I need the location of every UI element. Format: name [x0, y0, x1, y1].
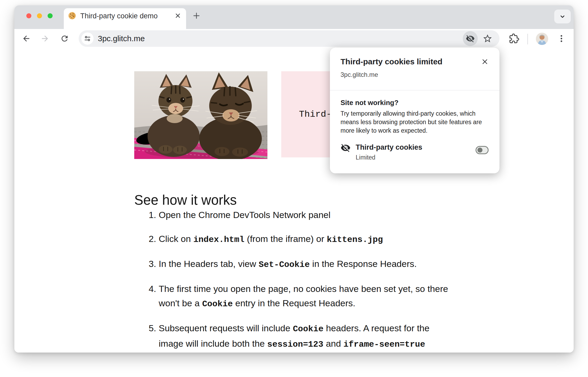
list-item: Click on index.html (from the iframe) or…	[159, 232, 451, 247]
chevron-down-icon	[559, 13, 566, 20]
steps-list: Open the Chrome DevTools Network panelCl…	[134, 208, 451, 353]
url-text[interactable]: 3pc.glitch.me	[98, 30, 145, 47]
popup-toggle-label: Third-party cookies	[356, 143, 422, 152]
more-vertical-icon	[557, 34, 566, 43]
address-bar[interactable]: 3pc.glitch.me	[79, 30, 499, 47]
list-item: Subsequent requests will include Cookie …	[159, 321, 451, 353]
back-button[interactable]	[20, 32, 33, 45]
tune-icon	[84, 35, 91, 42]
window-close-button[interactable]	[26, 13, 31, 18]
extensions-button[interactable]	[508, 32, 520, 45]
forward-arrow-icon	[40, 34, 49, 43]
tab-close-icon[interactable]	[174, 12, 181, 19]
reload-button[interactable]	[58, 32, 71, 45]
popup-close-icon[interactable]	[481, 58, 489, 66]
tab-strip: Third-party cookie demo	[14, 5, 574, 29]
tab-search-button[interactable]	[554, 10, 571, 23]
browser-menu-button[interactable]	[555, 32, 568, 45]
window-zoom-button[interactable]	[48, 13, 53, 18]
popup-title: Third-party cookies limited	[341, 57, 442, 66]
site-settings-button[interactable]	[81, 32, 94, 45]
third-party-cookies-toggle[interactable]	[476, 146, 489, 154]
popup-body-text: Try temporarily allowing third-party coo…	[341, 109, 492, 135]
third-party-cookies-popup: Third-party cookies limited 3pc.glitch.m…	[330, 48, 499, 173]
list-item: Open the Chrome DevTools Network panel	[159, 208, 451, 222]
eye-off-icon	[341, 143, 351, 153]
bookmark-button[interactable]	[482, 33, 493, 44]
avatar-photo	[536, 33, 548, 45]
browser-window: Third-party cookie demo	[14, 5, 574, 353]
window-minimize-button[interactable]	[37, 13, 42, 18]
profile-avatar[interactable]	[536, 33, 548, 45]
tab-title: Third-party cookie demo	[80, 12, 168, 20]
popup-toggle-status: Limited	[356, 154, 375, 161]
active-tab[interactable]: Third-party cookie demo	[64, 8, 186, 29]
browser-toolbar: 3pc.glitch.me	[14, 29, 574, 49]
toolbar-divider	[527, 34, 528, 44]
reload-icon	[60, 34, 69, 43]
list-item: In the Headers tab, view Set-Cookie in t…	[159, 257, 451, 272]
cookie-favicon-icon	[68, 12, 76, 20]
popup-site: 3pc.glitch.me	[341, 71, 378, 78]
kittens-photo	[134, 71, 267, 159]
popup-section-title: Site not working?	[341, 99, 398, 107]
eye-off-icon	[466, 34, 475, 43]
puzzle-icon	[509, 33, 519, 44]
toggle-knob	[477, 148, 482, 153]
third-party-cookies-indicator-button[interactable]	[463, 31, 478, 46]
new-tab-button[interactable]	[192, 12, 200, 20]
forward-button[interactable]	[39, 32, 51, 45]
popup-divider	[330, 90, 499, 90]
back-arrow-icon	[22, 34, 31, 43]
list-item: The first time you open the page, no coo…	[159, 282, 451, 311]
page-title: See how it works	[134, 193, 237, 208]
star-icon	[482, 33, 493, 44]
